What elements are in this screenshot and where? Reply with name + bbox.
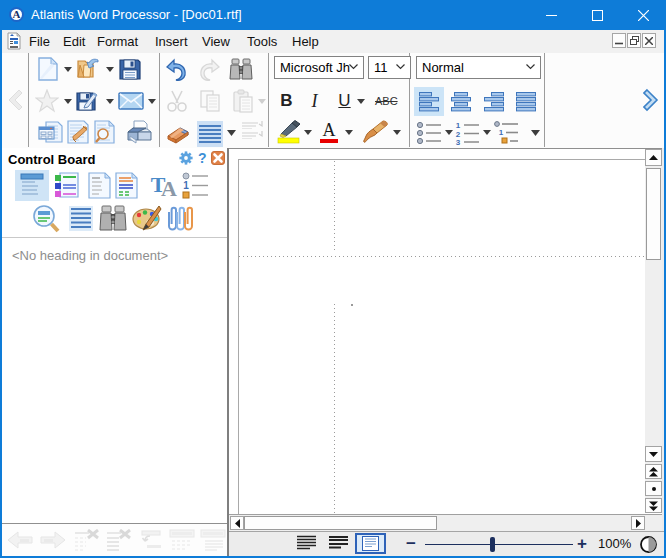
- save-special-dropdown[interactable]: [106, 89, 114, 113]
- menu-tools[interactable]: Tools: [247, 30, 277, 53]
- full-screen-toggle[interactable]: [640, 536, 657, 557]
- zoom-in-button[interactable]: +: [575, 534, 589, 553]
- toolbar-separator: [268, 53, 269, 147]
- window-close-button[interactable]: [620, 0, 666, 30]
- cb-lists-tab[interactable]: 1: [182, 172, 210, 200]
- zoom-out-button[interactable]: −: [404, 534, 418, 553]
- align-center-button[interactable]: [446, 87, 476, 116]
- align-right-button[interactable]: [479, 87, 509, 116]
- find-button[interactable]: [228, 57, 252, 81]
- bullets-dropdown[interactable]: [445, 120, 453, 144]
- font-color-dropdown[interactable]: [345, 120, 353, 144]
- cb-find-tool[interactable]: [98, 204, 126, 232]
- paragraph-marks-button[interactable]: [197, 121, 223, 147]
- italic-button[interactable]: I: [306, 89, 323, 113]
- new-document-icon: [36, 57, 60, 81]
- previous-page-button[interactable]: [645, 464, 662, 479]
- style-combobox[interactable]: Normal: [416, 56, 541, 79]
- document-canvas[interactable]: [229, 149, 645, 514]
- scroll-up-button[interactable]: [645, 149, 662, 166]
- underline-button[interactable]: U: [336, 89, 353, 113]
- multilevel-list-dropdown[interactable]: [531, 120, 539, 144]
- draft-view-button[interactable]: [297, 535, 321, 554]
- eraser-button[interactable]: [166, 120, 190, 144]
- bullets-button[interactable]: [416, 120, 440, 144]
- cb-attachments-tool[interactable]: [165, 204, 193, 232]
- doc-minimize-button[interactable]: [612, 33, 626, 48]
- cb-used-words-tab[interactable]: [87, 172, 115, 200]
- highlight-dropdown[interactable]: [304, 120, 312, 144]
- align-left-button[interactable]: [414, 87, 444, 116]
- menu-insert[interactable]: Insert: [155, 30, 188, 53]
- scroll-left-button[interactable]: [230, 516, 244, 530]
- font-color-button[interactable]: A: [319, 120, 339, 145]
- cb-control-board-tab[interactable]: [18, 172, 46, 200]
- page-view-button[interactable]: [355, 533, 386, 554]
- multilevel-list-button[interactable]: 1: [493, 120, 517, 144]
- numbering-button[interactable]: 1 2 3: [454, 120, 478, 144]
- scroll-down-button[interactable]: [645, 446, 662, 462]
- format-painter-button[interactable]: [363, 120, 387, 144]
- scroll-right-button[interactable]: [631, 516, 645, 530]
- cb-paragraph-tool[interactable]: [68, 204, 96, 232]
- window-minimize-button[interactable]: [528, 0, 574, 30]
- open-dropdown[interactable]: [106, 57, 114, 81]
- cb-zoom-tool[interactable]: [31, 204, 59, 232]
- doc-restore-button[interactable]: [627, 33, 641, 48]
- menu-format[interactable]: Format: [97, 30, 138, 53]
- control-board-help-button[interactable]: ?: [198, 150, 207, 166]
- draft-view-icon: [297, 535, 316, 551]
- cb-bookmarks-tab[interactable]: [114, 172, 142, 200]
- menu-file[interactable]: File: [29, 30, 50, 53]
- align-right-icon: [484, 92, 504, 112]
- open-button[interactable]: [75, 57, 99, 81]
- control-board-toolbar: [2, 523, 227, 556]
- cb-fonts-tab[interactable]: T A: [149, 172, 177, 200]
- document-options-button[interactable]: [65, 120, 89, 144]
- toolbar-expand-right-chevron[interactable]: [643, 88, 661, 116]
- email-button[interactable]: [118, 89, 142, 113]
- paragraph-marks-dropdown[interactable]: [227, 120, 235, 144]
- next-page-button[interactable]: [645, 498, 662, 513]
- undo-button[interactable]: [164, 57, 188, 81]
- envelopes-labels-button[interactable]: [38, 120, 62, 144]
- dropdown-arrow-icon: [148, 99, 156, 104]
- print-preview-button[interactable]: [91, 120, 115, 144]
- menu-edit[interactable]: Edit: [63, 30, 85, 53]
- new-document-dropdown[interactable]: [64, 57, 72, 81]
- document-icon[interactable]: [7, 32, 21, 54]
- save-button[interactable]: [118, 57, 142, 81]
- align-justify-button[interactable]: [511, 87, 541, 116]
- save-special-button[interactable]: [75, 89, 99, 113]
- favorites-dropdown[interactable]: [64, 89, 72, 113]
- control-board-panel-icon: [18, 172, 46, 199]
- font-name-combobox[interactable]: Microsoft Jh: [274, 56, 364, 79]
- open-icon: [75, 57, 100, 81]
- window-maximize-button[interactable]: [574, 0, 620, 30]
- vertical-scrollbar-thumb[interactable]: [646, 168, 661, 260]
- numbering-dropdown[interactable]: [483, 120, 491, 144]
- highlight-button[interactable]: [277, 120, 301, 144]
- font-size-combobox[interactable]: 11: [368, 56, 411, 79]
- cb-colors-tool[interactable]: [132, 204, 160, 232]
- zoom-slider-track[interactable]: [425, 544, 573, 545]
- magnifier-icon: [31, 204, 61, 233]
- doc-close-button[interactable]: [642, 33, 656, 48]
- bold-button[interactable]: B: [278, 89, 295, 113]
- chevron-left-icon: [5, 88, 23, 112]
- print-button[interactable]: [126, 120, 150, 144]
- new-document-button[interactable]: [36, 57, 60, 81]
- horizontal-scrollbar-thumb[interactable]: [244, 516, 437, 530]
- online-view-button[interactable]: [329, 535, 353, 554]
- menu-view[interactable]: View: [202, 30, 230, 53]
- control-board-settings-button[interactable]: [179, 151, 193, 169]
- cb-styles-tab[interactable]: [54, 172, 82, 200]
- format-painter-dropdown[interactable]: [393, 120, 401, 144]
- strikethrough-button[interactable]: ABC: [375, 89, 401, 113]
- underline-dropdown[interactable]: [357, 89, 365, 113]
- menu-help[interactable]: Help: [292, 30, 319, 53]
- control-board-close-button[interactable]: [211, 151, 225, 169]
- select-browse-object-button[interactable]: [645, 481, 662, 496]
- email-dropdown[interactable]: [148, 89, 156, 113]
- zoom-slider-thumb[interactable]: [490, 537, 495, 552]
